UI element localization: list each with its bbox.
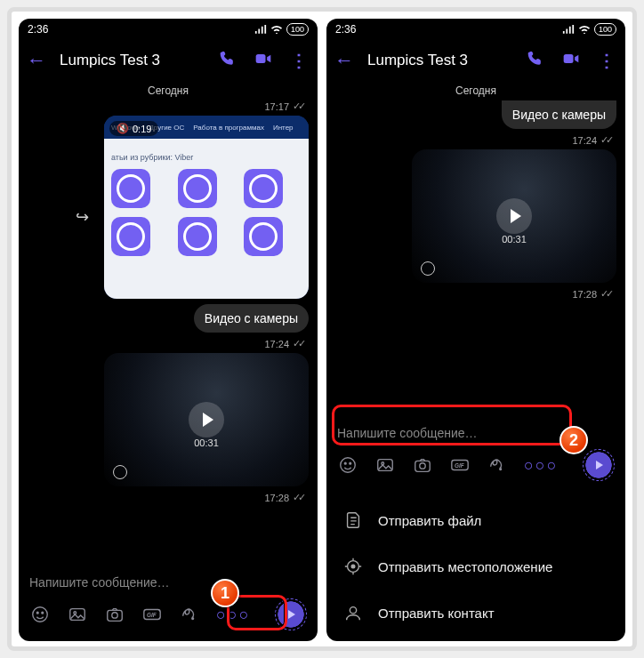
viber-icon [178, 169, 217, 208]
viber-icon [111, 169, 150, 208]
svg-text:GIF: GIF [455, 462, 465, 469]
video-duration: 00:31 [412, 234, 616, 245]
signal-icon [562, 24, 575, 35]
chat-body: Сегодня 17:17 ✓✓ ↪ 🔇 0:19 Windows [19, 81, 318, 565]
text-message[interactable]: Видео с камеры [194, 304, 309, 333]
chat-header: ← Lumpics Test 3 ⋮ [19, 40, 318, 81]
phone-screen-left: 2:36 100 ← Lumpics Test 3 ⋮ [19, 19, 318, 641]
read-checks-icon: ✓✓ [600, 134, 611, 146]
camera-icon[interactable] [412, 454, 433, 476]
signal-icon [254, 24, 267, 35]
gif-icon[interactable]: GIF [449, 454, 471, 476]
status-bar: 2:36 100 [19, 19, 318, 40]
video-call-button[interactable] [252, 50, 275, 71]
message-time: 17:24 [264, 339, 289, 349]
send-contact-label: Отправить контакт [378, 606, 495, 621]
input-bar: Напишите сообщение… GIF ○○○ [19, 565, 318, 641]
video-duration-badge: 🔇 0:19 [109, 121, 158, 136]
svg-point-21 [500, 469, 502, 470]
gif-icon[interactable]: GIF [141, 604, 163, 625]
more-button[interactable]: ○○○ [524, 456, 559, 475]
svg-point-14 [350, 462, 351, 464]
back-button[interactable]: ← [334, 49, 355, 72]
video-duration: 00:31 [104, 437, 309, 448]
svg-point-3 [42, 612, 44, 614]
battery-indicator: 100 [594, 23, 616, 36]
timer-icon [113, 465, 127, 479]
callout-badge-2: 2 [559, 426, 588, 454]
svg-point-12 [341, 458, 356, 473]
svg-point-23 [351, 565, 355, 568]
video-call-button[interactable] [559, 50, 583, 71]
menu-button[interactable]: ⋮ [287, 50, 310, 71]
viber-icon [111, 217, 150, 256]
gallery-icon[interactable] [374, 454, 396, 476]
chat-header: ← Lumpics Test 3 ⋮ [326, 40, 625, 81]
input-bar: Напишите сообщение… GIF ○○○ [326, 415, 625, 492]
status-time: 2:36 [335, 23, 356, 36]
svg-point-24 [350, 607, 356, 614]
read-checks-icon: ✓✓ [600, 288, 611, 300]
sticker-icon[interactable] [337, 454, 358, 476]
viber-icon [178, 217, 217, 256]
viber-icon [244, 217, 283, 256]
date-chip: Сегодня [28, 81, 309, 100]
forward-icon[interactable]: ↪ [76, 207, 89, 227]
send-contact-option[interactable]: Отправить контакт [326, 590, 625, 636]
svg-point-1 [33, 607, 48, 622]
mute-icon: 🔇 [117, 123, 129, 134]
message-time: 17:28 [264, 493, 289, 503]
wifi-icon [578, 24, 591, 35]
file-icon [342, 510, 364, 531]
svg-point-10 [192, 618, 194, 620]
callout-badge-1: 1 [211, 579, 239, 607]
text-message[interactable]: Видео с камеры [502, 100, 616, 129]
more-button[interactable]: ○○○ [216, 606, 251, 624]
attachment-menu: Отправить файл Отправить местоположение … [326, 492, 625, 641]
play-icon[interactable] [189, 402, 224, 437]
svg-rect-11 [564, 54, 574, 63]
menu-button[interactable]: ⋮ [595, 50, 618, 71]
gallery-icon[interactable] [67, 604, 88, 625]
send-voice-button[interactable] [583, 449, 615, 481]
send-file-label: Отправить файл [378, 513, 481, 528]
svg-point-7 [112, 613, 117, 618]
viber-icon [244, 169, 283, 208]
send-file-option[interactable]: Отправить файл [326, 497, 625, 543]
wifi-icon [270, 24, 283, 35]
doodle-icon[interactable] [487, 454, 508, 476]
date-chip: Сегодня [335, 81, 616, 100]
location-icon [342, 556, 364, 577]
status-bar: 2:36 100 [326, 19, 625, 40]
voice-call-button[interactable] [216, 50, 239, 71]
chat-title[interactable]: Lumpics Test 3 [367, 52, 511, 69]
doodle-icon[interactable] [179, 604, 200, 625]
play-icon[interactable] [496, 198, 532, 234]
status-time: 2:36 [28, 23, 48, 36]
voice-call-button[interactable] [524, 50, 547, 71]
video-message[interactable]: 00:31 [104, 353, 309, 486]
send-location-option[interactable]: Отправить местоположение [326, 543, 625, 590]
message-time: 17:28 [572, 289, 597, 300]
read-checks-icon: ✓✓ [293, 492, 303, 503]
message-time: 17:24 [572, 135, 597, 146]
svg-rect-0 [256, 54, 266, 63]
chat-body: Сегодня Видео с камеры 17:24 ✓✓ 00:31 17… [326, 81, 625, 415]
svg-point-2 [36, 612, 38, 614]
timer-icon [421, 261, 435, 276]
video-message[interactable]: 🔇 0:19 Windows Другие ОС Работа в програ… [104, 116, 309, 299]
chat-title[interactable]: Lumpics Test 3 [60, 52, 204, 69]
send-voice-button[interactable] [275, 598, 307, 630]
read-checks-icon: ✓✓ [293, 338, 303, 349]
svg-point-13 [344, 462, 346, 464]
battery-indicator: 100 [286, 23, 309, 36]
sticker-icon[interactable] [29, 604, 51, 625]
svg-rect-15 [378, 460, 393, 471]
camera-icon[interactable] [104, 604, 125, 625]
message-input[interactable]: Напишите сообщение… [28, 572, 309, 597]
svg-rect-4 [70, 609, 85, 621]
video-message[interactable]: 00:31 [412, 149, 616, 283]
back-button[interactable]: ← [26, 49, 47, 72]
send-location-label: Отправить местоположение [378, 559, 552, 574]
message-time: 17:17 [264, 101, 289, 112]
